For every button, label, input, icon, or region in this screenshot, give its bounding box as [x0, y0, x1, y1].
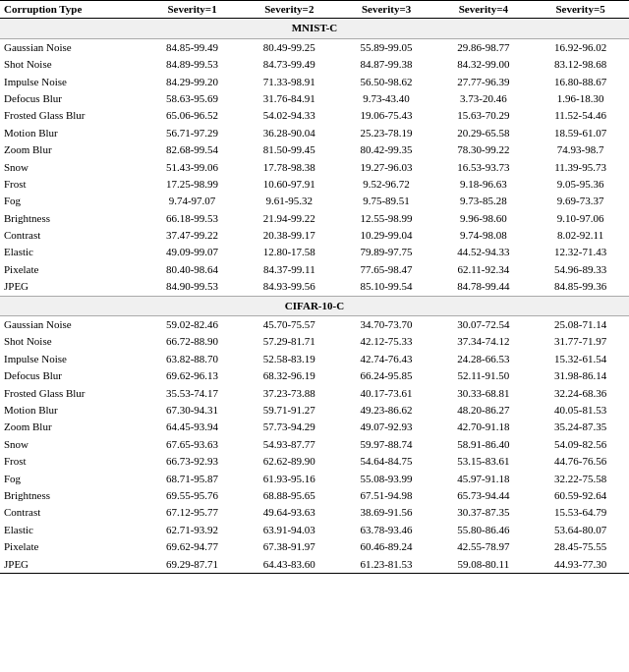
severity-value: 67.30-94.31 — [143, 402, 241, 419]
severity-value: 58.63-95.69 — [143, 90, 241, 107]
severity-value: 45.70-75.57 — [241, 316, 338, 334]
severity-value: 67.12-95.77 — [143, 504, 241, 521]
corruption-name: Snow — [0, 159, 143, 176]
severity-value: 30.07-72.54 — [434, 316, 532, 334]
severity-value: 62.71-93.92 — [143, 522, 241, 538]
severity-value: 83.12-98.68 — [532, 56, 629, 73]
severity-value: 84.85-99.36 — [532, 278, 629, 296]
table-row: Elastic49.09-99.0712.80-17.5879.89-97.75… — [0, 244, 629, 260]
corruption-name: JPEG — [0, 556, 143, 574]
table-row: Fog9.74-97.079.61-95.329.75-89.519.73-85… — [0, 193, 629, 209]
table-row: Impulse Noise63.82-88.7052.58-83.1942.74… — [0, 351, 629, 367]
severity-value: 9.52-96.72 — [338, 176, 435, 193]
severity-value: 63.82-88.70 — [143, 351, 241, 367]
table-row: Fog68.71-95.8761.93-95.1655.08-93.9945.9… — [0, 471, 629, 487]
severity-value: 20.29-65.58 — [434, 125, 532, 141]
severity-value: 84.73-99.49 — [241, 56, 338, 73]
corruption-name: Frosted Glass Blur — [0, 385, 143, 402]
severity-value: 32.22-75.58 — [532, 471, 629, 487]
severity-value: 59.08-80.11 — [434, 556, 532, 574]
section-header-1: CIFAR-10-C — [0, 296, 629, 315]
severity-value: 18.59-61.07 — [532, 125, 629, 141]
corruption-name: Impulse Noise — [0, 74, 143, 90]
table-row: Frosted Glass Blur65.06-96.5254.02-94.33… — [0, 107, 629, 124]
severity-value: 12.80-17.58 — [241, 244, 338, 260]
corruption-name: Zoom Blur — [0, 141, 143, 158]
severity-value: 59.97-88.74 — [338, 436, 435, 453]
table-row: Contrast37.47-99.2220.38-99.1710.29-99.0… — [0, 227, 629, 244]
table-row: Defocus Blur58.63-95.6931.76-84.919.73-4… — [0, 90, 629, 107]
severity-value: 55.08-93.99 — [338, 471, 435, 487]
severity-value: 69.29-87.71 — [143, 556, 241, 574]
severity-value: 68.88-95.65 — [241, 487, 338, 504]
severity-value: 54.09-82.56 — [532, 436, 629, 453]
severity-value: 66.73-92.93 — [143, 453, 241, 470]
severity-value: 80.40-98.64 — [143, 261, 241, 278]
severity-value: 31.77-71.97 — [532, 333, 629, 350]
table-row: Frost66.73-92.9362.62-89.9054.64-84.7553… — [0, 453, 629, 470]
severity-value: 9.74-98.08 — [434, 227, 532, 244]
severity-value: 56.50-98.62 — [338, 74, 435, 90]
severity-value: 49.07-92.93 — [338, 419, 435, 435]
severity-value: 42.70-91.18 — [434, 419, 532, 435]
corruption-name: Elastic — [0, 522, 143, 538]
severity-value: 78.30-99.22 — [434, 141, 532, 158]
severity-value: 40.05-81.53 — [532, 402, 629, 419]
severity-value: 15.32-61.54 — [532, 351, 629, 367]
severity-value: 84.93-99.56 — [241, 278, 338, 296]
severity-value: 51.43-99.06 — [143, 159, 241, 176]
corruption-name: Pixelate — [0, 538, 143, 555]
corruption-name: Gaussian Noise — [0, 316, 143, 334]
severity-value: 11.52-54.46 — [532, 107, 629, 124]
table-row: Pixelate80.40-98.6484.37-99.1177.65-98.4… — [0, 261, 629, 278]
corruption-name: Snow — [0, 436, 143, 453]
severity-value: 66.18-99.53 — [143, 210, 241, 227]
severity-value: 54.02-94.33 — [241, 107, 338, 124]
col-header-sev3: Severity=3 — [338, 1, 435, 19]
severity-value: 19.27-96.03 — [338, 159, 435, 176]
severity-value: 30.33-68.81 — [434, 385, 532, 402]
severity-value: 12.55-98.99 — [338, 210, 435, 227]
severity-value: 59.71-91.27 — [241, 402, 338, 419]
severity-value: 69.62-94.77 — [143, 538, 241, 555]
corruption-name: Motion Blur — [0, 125, 143, 141]
severity-value: 52.58-83.19 — [241, 351, 338, 367]
table-row: Gaussian Noise59.02-82.4645.70-75.5734.7… — [0, 316, 629, 334]
severity-value: 84.87-99.38 — [338, 56, 435, 73]
severity-value: 15.53-64.79 — [532, 504, 629, 521]
severity-value: 69.62-96.13 — [143, 367, 241, 384]
severity-value: 17.25-98.99 — [143, 176, 241, 193]
corruption-name: Contrast — [0, 227, 143, 244]
severity-value: 69.55-95.76 — [143, 487, 241, 504]
corruption-name: Frost — [0, 453, 143, 470]
table-row: Motion Blur67.30-94.3159.71-91.2749.23-8… — [0, 402, 629, 419]
severity-value: 11.39-95.73 — [532, 159, 629, 176]
corruption-name: Defocus Blur — [0, 90, 143, 107]
severity-value: 44.52-94.33 — [434, 244, 532, 260]
severity-value: 37.47-99.22 — [143, 227, 241, 244]
severity-value: 80.42-99.35 — [338, 141, 435, 158]
severity-value: 44.93-77.30 — [532, 556, 629, 574]
severity-value: 37.23-73.88 — [241, 385, 338, 402]
severity-value: 63.91-94.03 — [241, 522, 338, 538]
table-row: Brightness66.18-99.5321.94-99.2212.55-98… — [0, 210, 629, 227]
severity-value: 3.73-20.46 — [434, 90, 532, 107]
severity-value: 9.96-98.60 — [434, 210, 532, 227]
corruption-name: Elastic — [0, 244, 143, 260]
corruption-name: Pixelate — [0, 261, 143, 278]
severity-value: 38.69-91.56 — [338, 504, 435, 521]
table-row: Gaussian Noise84.85-99.4980.49-99.2555.8… — [0, 38, 629, 56]
severity-value: 55.80-86.46 — [434, 522, 532, 538]
severity-value: 9.73-43.40 — [338, 90, 435, 107]
severity-value: 49.23-86.62 — [338, 402, 435, 419]
severity-value: 40.17-73.61 — [338, 385, 435, 402]
severity-value: 62.11-92.34 — [434, 261, 532, 278]
severity-value: 74.93-98.7 — [532, 141, 629, 158]
corruption-name: Brightness — [0, 487, 143, 504]
table-row: Defocus Blur69.62-96.1368.32-96.1966.24-… — [0, 367, 629, 384]
severity-value: 9.61-95.32 — [241, 193, 338, 209]
main-table: Corruption Type Severity=1 Severity=2 Se… — [0, 0, 629, 574]
severity-value: 54.96-89.33 — [532, 261, 629, 278]
severity-value: 9.05-95.36 — [532, 176, 629, 193]
severity-value: 61.23-81.53 — [338, 556, 435, 574]
